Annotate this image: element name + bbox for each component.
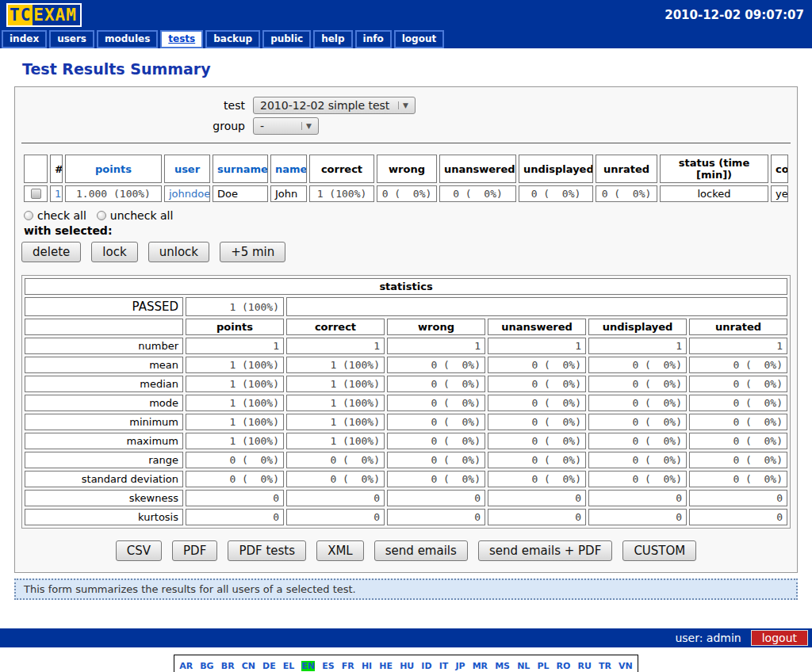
export-button[interactable]: CSV [116,540,162,561]
results-column-header: unrated [596,155,657,183]
stat-value: 0 ( 0%) [588,452,687,468]
language-link[interactable]: IT [439,661,449,671]
points-value: 1.000 (100%) [65,185,162,202]
statistics-column-header: unrated [689,319,787,335]
language-link[interactable]: BR [221,661,235,671]
language-link[interactable]: BG [200,661,213,671]
stat-value: 0 ( 0%) [689,471,787,487]
nav-tab[interactable]: public [262,30,311,48]
language-link[interactable]: VN [619,661,633,671]
stat-value: 0 [186,509,284,525]
stat-value: 1 (100%) [186,433,284,449]
stat-label: range [25,452,183,468]
stat-value: 0 ( 0%) [387,414,485,430]
language-link[interactable]: AR [179,661,193,671]
results-sortable-column-header[interactable]: user [164,155,210,183]
chevron-down-icon: ▼ [301,122,316,130]
language-link[interactable]: EL [283,661,295,671]
stat-value: 0 [488,509,586,525]
nav-tab[interactable]: index [2,30,47,48]
header-bar: TCEXAM 2010-12-02 09:07:07 [0,0,812,30]
language-link[interactable]: HI [362,661,372,671]
results-column-header: comment [771,155,788,183]
language-link[interactable]: PL [537,661,549,671]
stat-value: 0 [689,490,787,506]
language-link[interactable]: MR [473,661,488,671]
action-button[interactable]: +5 min [220,242,285,262]
results-sortable-column-header[interactable]: name [270,155,307,183]
export-button[interactable]: send emails + PDF [478,540,612,561]
uncheck-all-radio[interactable] [97,211,106,220]
language-link[interactable]: ID [421,661,431,671]
logout-button[interactable]: logout [751,630,808,646]
page-footer: AR BG BR CN DE EL EN ES FR HI HE HU [0,647,812,672]
language-link[interactable]: FR [342,661,354,671]
stat-value: 0 ( 0%) [488,357,586,373]
language-link[interactable]: RO [557,661,571,671]
passed-row: PASSED 1 (100%) [25,297,787,316]
stat-value: 0 ( 0%) [488,433,586,449]
test-select[interactable]: 2010-12-02 simple test ▼ [253,97,416,114]
tcexam-logo[interactable]: TCEXAM [6,3,82,27]
stat-value: 0 ( 0%) [689,395,787,411]
stat-value: 1 [387,338,485,354]
results-column-header: undisplayed [519,155,593,183]
stat-value: 0 ( 0%) [588,471,687,487]
with-selected-label: with selected: [24,224,791,237]
action-button[interactable]: delete [21,242,81,262]
statistics-row: range 0 ( 0%) 0 ( 0%) 0 ( 0%) 0 ( 0%) 0 … [25,452,787,468]
language-bar: AR BG BR CN DE EL EN ES FR HI HE HU [174,655,638,672]
results-sortable-column-header[interactable]: points [65,155,162,183]
nav-tab[interactable]: help [313,30,352,48]
results-sortable-column-header[interactable]: surname [213,155,268,183]
export-buttons: CSV PDF PDF tests XML send emails send e… [21,540,791,561]
correct-value: 1 (100%) [309,185,374,202]
group-filter-row: group - ▼ [21,117,791,135]
nav-tab[interactable]: users [49,30,94,48]
statistics-table: statistics PASSED 1 (100%) points [22,276,790,528]
stat-value: 0 ( 0%) [186,471,284,487]
statistics-row: skewness 0 0 0 0 0 0 [25,490,787,506]
row-checkbox[interactable] [31,189,41,199]
user-link[interactable]: johndoe [169,188,210,200]
stat-value: 1 (100%) [186,395,284,411]
action-button[interactable]: lock [91,242,137,262]
nav-tab[interactable]: logout [394,30,444,48]
export-button[interactable]: PDF [172,540,217,561]
row-number-link[interactable]: 1 [55,188,61,200]
language-link[interactable]: TR [599,661,611,671]
stat-value: 0 ( 0%) [689,357,787,373]
export-button[interactable]: send emails [374,540,468,561]
stat-value: 1 (100%) [286,414,385,430]
stat-label: mean [25,357,183,373]
nav-tab[interactable]: tests [160,30,203,48]
language-link[interactable]: NL [517,661,530,671]
language-link[interactable]: HE [379,661,393,671]
export-button[interactable]: XML [316,540,364,561]
check-all-radio[interactable] [24,211,33,220]
language-link[interactable]: DE [262,661,276,671]
export-button[interactable]: PDF tests [228,540,306,561]
results-column-header: # [50,155,63,183]
export-button[interactable]: CUSTOM [622,540,696,561]
undisplayed-value: 0 ( 0%) [519,185,593,202]
language-link[interactable]: CN [242,661,255,671]
stat-value: 0 ( 0%) [689,433,787,449]
stat-value: 0 [186,490,284,506]
language-link[interactable]: JP [455,661,465,671]
language-link[interactable]: MS [495,661,510,671]
statistics-column-header: points [186,319,284,335]
selection-radios: check all uncheck all [24,209,791,222]
nav-tab[interactable]: backup [205,30,260,48]
action-button[interactable]: unlock [148,242,209,262]
language-link[interactable]: HU [400,661,414,671]
language-link[interactable]: EN [301,661,315,671]
language-link[interactable]: ES [322,661,334,671]
language-link[interactable]: RU [578,661,592,671]
nav-tab[interactable]: info [355,30,392,48]
stat-label: mode [25,395,183,411]
group-select[interactable]: - ▼ [253,117,319,135]
nav-tab[interactable]: modules [97,30,158,48]
statistics-title: statistics [25,278,787,295]
page-title: Test Results Summary [22,60,798,78]
